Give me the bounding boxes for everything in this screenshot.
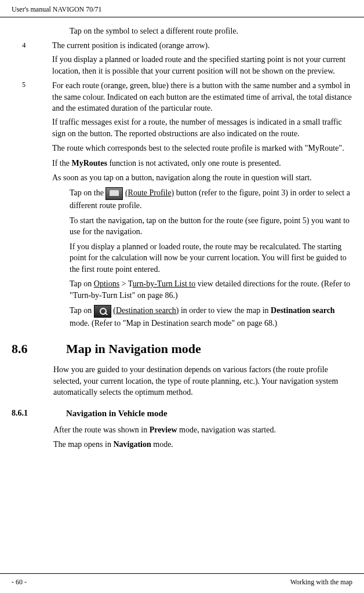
subsection-number: 8.6.1 bbox=[12, 408, 66, 420]
car-icon bbox=[105, 187, 123, 200]
link-text: (Destination search) bbox=[113, 306, 179, 315]
paragraph: If traffic messages exist for a route, t… bbox=[52, 117, 352, 139]
pre-paragraph: Tap on the symbol to select a different … bbox=[70, 26, 352, 37]
paragraph: If the MyRoutes function is not activate… bbox=[52, 158, 352, 169]
header-title: User's manual NAVIGON 70/71 bbox=[12, 5, 102, 13]
section-number: 8.6 bbox=[12, 340, 66, 358]
indented-paragraph: To start the navigation, tap on the butt… bbox=[70, 215, 352, 238]
section-heading: 8.6 Map in Navigation mode bbox=[12, 340, 352, 358]
page-footer: - 60 - Working with the map bbox=[0, 573, 364, 587]
item-text: The current position is indicated (orang… bbox=[52, 40, 352, 52]
list-item-5: 5 For each route (orange, green, blue) t… bbox=[12, 80, 352, 114]
subsection-heading: 8.6.1 Navigation in Vehicle mode bbox=[12, 408, 352, 420]
text: function is not activated, only one rout… bbox=[107, 159, 281, 168]
subsection-title: Navigation in Vehicle mode bbox=[66, 408, 168, 420]
section-paragraph: How you are guided to your destination d… bbox=[53, 364, 352, 398]
subsection-paragraph: After the route was shown in Preview mod… bbox=[53, 424, 352, 436]
bold-text: Navigation bbox=[113, 440, 151, 449]
indented-paragraph: Tap on Options > Turn-by-Turn List to vi… bbox=[70, 278, 352, 301]
item-number: 4 bbox=[12, 40, 52, 52]
paragraph: If you display a planned or loaded route… bbox=[52, 54, 352, 77]
indented-paragraph: Tap on (Destination search) in order to … bbox=[70, 305, 352, 329]
text: Tap on bbox=[70, 279, 94, 288]
text: in order to view the map in bbox=[179, 306, 271, 315]
paragraph: As soon as you tap on a button, navigati… bbox=[52, 172, 352, 184]
item-number: 5 bbox=[12, 80, 52, 114]
subsection-paragraph: The map opens in Navigation mode. bbox=[53, 439, 352, 450]
text: After the route was shown in bbox=[53, 425, 150, 434]
link-text: urn-by-Turn List to bbox=[133, 279, 195, 288]
page-content: Tap on the symbol to select a different … bbox=[0, 17, 364, 450]
bold-text: MyRoutes bbox=[71, 159, 107, 168]
link-text: Options bbox=[94, 279, 119, 288]
link-text: (Route Profile) bbox=[125, 188, 174, 197]
bold-text: Destination search bbox=[271, 306, 335, 315]
text: Tap on bbox=[70, 306, 94, 315]
text: If the bbox=[52, 159, 71, 168]
section-title: Map in Navigation mode bbox=[66, 340, 201, 358]
magnifier-icon bbox=[94, 305, 111, 318]
list-item-4: 4 The current position is indicated (ora… bbox=[12, 40, 352, 52]
indented-paragraph: Tap on the (Route Profile) button (refer… bbox=[70, 187, 352, 212]
text: mode, navigation was started. bbox=[177, 425, 276, 434]
text: Tap on the bbox=[70, 188, 105, 197]
page-header: User's manual NAVIGON 70/71 bbox=[0, 0, 364, 17]
text: The map opens in bbox=[53, 440, 113, 449]
page-number: - 60 - bbox=[12, 577, 27, 587]
text: mode. (Refer to "Map in Destination sear… bbox=[70, 319, 277, 328]
text: > T bbox=[119, 279, 133, 288]
bold-text: Preview bbox=[150, 425, 177, 434]
footer-right: Working with the map bbox=[290, 577, 352, 587]
indented-paragraph: If you display a planned or loaded route… bbox=[70, 241, 352, 275]
paragraph: The route which corresponds best to the … bbox=[52, 143, 352, 154]
item-text: For each route (orange, green, blue) the… bbox=[52, 80, 352, 114]
text: mode. bbox=[151, 440, 173, 449]
